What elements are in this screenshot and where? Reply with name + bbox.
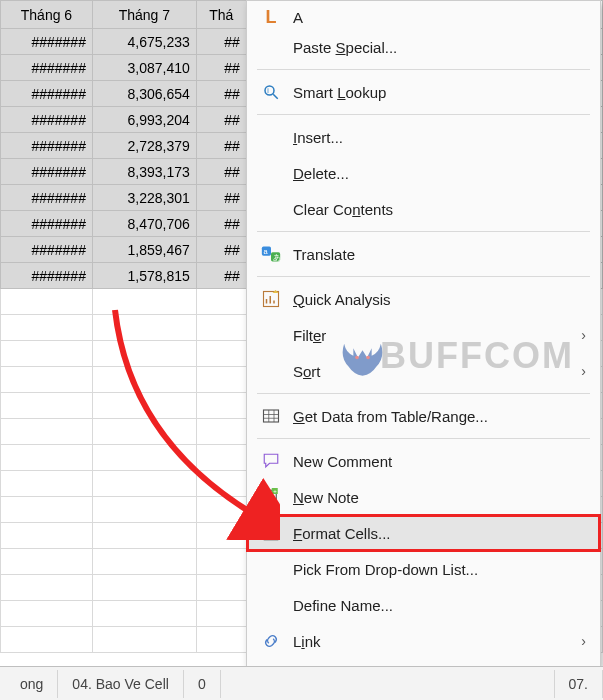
cell-blank[interactable]: [196, 289, 246, 315]
menu-label: New Note: [293, 489, 586, 506]
comment-icon: [255, 443, 287, 479]
menu-delete[interactable]: Delete...: [247, 155, 600, 191]
menu-quick-analysis[interactable]: Quick Analysis: [247, 281, 600, 317]
cell[interactable]: 1,578,815: [92, 263, 196, 289]
cell-blank[interactable]: [196, 367, 246, 393]
cell-blank[interactable]: [92, 341, 196, 367]
cell[interactable]: #######: [1, 211, 93, 237]
cell[interactable]: #######: [1, 263, 93, 289]
cell-blank[interactable]: [1, 575, 93, 601]
cell-blank[interactable]: [1, 367, 93, 393]
menu-get-data[interactable]: Get Data from Table/Range...: [247, 398, 600, 434]
sheet-tab-bar[interactable]: ong 04. Bao Ve Cell 0 07.: [0, 666, 603, 700]
sheet-tab[interactable]: 0: [184, 670, 221, 698]
col-header[interactable]: Tháng 7: [92, 1, 196, 29]
cell-blank[interactable]: [1, 315, 93, 341]
cell[interactable]: ##: [196, 185, 246, 211]
cell[interactable]: 2,728,379: [92, 133, 196, 159]
cell[interactable]: ##: [196, 211, 246, 237]
blank-icon: [255, 317, 287, 353]
menu-insert[interactable]: Insert...: [247, 119, 600, 155]
cell-blank[interactable]: [196, 575, 246, 601]
menu-translate[interactable]: aあ Translate: [247, 236, 600, 272]
cell-blank[interactable]: [1, 393, 93, 419]
cell-blank[interactable]: [196, 471, 246, 497]
menu-format-cells[interactable]: Format Cells...: [247, 515, 600, 551]
cell-blank[interactable]: [92, 575, 196, 601]
cell[interactable]: 1,859,467: [92, 237, 196, 263]
cell[interactable]: ##: [196, 107, 246, 133]
menu-pick-list[interactable]: Pick From Drop-down List...: [247, 551, 600, 587]
cell-blank[interactable]: [92, 497, 196, 523]
cell[interactable]: ##: [196, 237, 246, 263]
cell[interactable]: ##: [196, 263, 246, 289]
cell[interactable]: 8,306,654: [92, 81, 196, 107]
cell-blank[interactable]: [1, 601, 93, 627]
cell-blank[interactable]: [1, 289, 93, 315]
sheet-tab[interactable]: ong: [6, 670, 58, 698]
cell-blank[interactable]: [1, 627, 93, 653]
cell-blank[interactable]: [92, 523, 196, 549]
cell[interactable]: #######: [1, 185, 93, 211]
cell[interactable]: 8,470,706: [92, 211, 196, 237]
cell-blank[interactable]: [196, 315, 246, 341]
menu-clear-contents[interactable]: Clear Contents: [247, 191, 600, 227]
menu-new-note[interactable]: + New Note: [247, 479, 600, 515]
cell-blank[interactable]: [196, 627, 246, 653]
menu-paste-special[interactable]: Paste Special...: [247, 29, 600, 65]
cell[interactable]: ##: [196, 133, 246, 159]
cell-blank[interactable]: [1, 445, 93, 471]
menu-link[interactable]: Link ›: [247, 623, 600, 659]
cell-blank[interactable]: [92, 471, 196, 497]
cell-blank[interactable]: [196, 497, 246, 523]
cell-blank[interactable]: [92, 393, 196, 419]
cell-blank[interactable]: [1, 497, 93, 523]
cell[interactable]: #######: [1, 107, 93, 133]
cell-blank[interactable]: [196, 393, 246, 419]
col-header[interactable]: Tháng 6: [1, 1, 93, 29]
cell[interactable]: #######: [1, 237, 93, 263]
cell-blank[interactable]: [92, 419, 196, 445]
cell-blank[interactable]: [1, 471, 93, 497]
col-header[interactable]: Thá: [196, 1, 246, 29]
cell-blank[interactable]: [196, 601, 246, 627]
cell[interactable]: ##: [196, 55, 246, 81]
cell-blank[interactable]: [92, 627, 196, 653]
cell[interactable]: #######: [1, 29, 93, 55]
cell-blank[interactable]: [1, 341, 93, 367]
cell-blank[interactable]: [1, 549, 93, 575]
cell-blank[interactable]: [92, 445, 196, 471]
menu-define-name[interactable]: Define Name...: [247, 587, 600, 623]
menu-smart-lookup[interactable]: i Smart Lookup: [247, 74, 600, 110]
cell-blank[interactable]: [92, 549, 196, 575]
cell-blank[interactable]: [92, 601, 196, 627]
cell-blank[interactable]: [92, 367, 196, 393]
cell[interactable]: 8,393,173: [92, 159, 196, 185]
svg-rect-8: [264, 410, 279, 422]
cell-blank[interactable]: [196, 549, 246, 575]
cell[interactable]: #######: [1, 55, 93, 81]
menu-new-comment[interactable]: New Comment: [247, 443, 600, 479]
blank-icon: [255, 29, 287, 65]
svg-text:あ: あ: [273, 253, 281, 262]
cell-blank[interactable]: [92, 289, 196, 315]
cell-blank[interactable]: [196, 523, 246, 549]
sheet-tab[interactable]: 07.: [554, 670, 603, 698]
cell-blank[interactable]: [196, 445, 246, 471]
cell[interactable]: ##: [196, 29, 246, 55]
cell[interactable]: #######: [1, 133, 93, 159]
cell[interactable]: 4,675,233: [92, 29, 196, 55]
sheet-tab[interactable]: 04. Bao Ve Cell: [58, 670, 184, 698]
cell[interactable]: ##: [196, 159, 246, 185]
cell-blank[interactable]: [92, 315, 196, 341]
cell[interactable]: ##: [196, 81, 246, 107]
cell[interactable]: #######: [1, 81, 93, 107]
cell[interactable]: 6,993,204: [92, 107, 196, 133]
cell-blank[interactable]: [196, 341, 246, 367]
cell-blank[interactable]: [1, 419, 93, 445]
cell-blank[interactable]: [196, 419, 246, 445]
cell[interactable]: 3,228,301: [92, 185, 196, 211]
cell-blank[interactable]: [1, 523, 93, 549]
cell[interactable]: #######: [1, 159, 93, 185]
cell[interactable]: 3,087,410: [92, 55, 196, 81]
